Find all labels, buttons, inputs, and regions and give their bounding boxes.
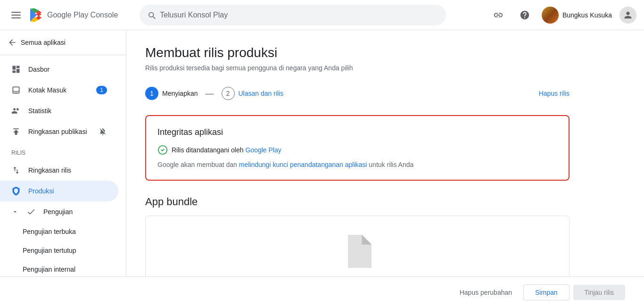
sidebar-item-pengujian-tertutup[interactable]: Pengujian tertutup	[0, 241, 118, 260]
sidebar-label-kotak-masuk: Kotak Masuk	[28, 86, 66, 94]
topbar-left: Google Play Console	[8, 8, 134, 23]
step-1-label: Menyiapkan	[162, 90, 198, 97]
app-bundle-title: App bundle	[145, 196, 570, 208]
sidebar-item-pengujian-terbuka[interactable]: Pengujian terbuka	[0, 222, 118, 241]
sidebar-item-ringkasan-publikasi[interactable]: Ringkasan publikasi	[0, 121, 118, 142]
sidebar: Semua aplikasi Dasbor Kotak Masuk 1	[0, 30, 126, 276]
publish-icon	[11, 127, 21, 136]
step-2: 2 Ulasan dan rilis	[222, 87, 284, 100]
sidebar-item-pengujian[interactable]: Pengujian	[0, 201, 118, 222]
topbar-right: Bungkus Kusuka	[489, 6, 636, 25]
sidebar-item-dasbor[interactable]: Dasbor	[0, 59, 118, 80]
save-button[interactable]: Simpan	[523, 284, 569, 300]
link-icon	[493, 10, 504, 20]
step-1-circle: 1	[145, 87, 158, 100]
help-icon	[520, 10, 530, 20]
google-play-link[interactable]: Google Play	[245, 146, 281, 154]
search-bar[interactable]	[140, 5, 446, 25]
statistics-icon	[11, 106, 21, 116]
sidebar-label-ringkasan-publikasi: Ringkasan publikasi	[28, 128, 87, 135]
sidebar-section-rilis: Rilis	[0, 142, 126, 160]
topbar: Google Play Console Bungkus Kusuka	[0, 0, 644, 30]
sidebar-item-kotak-masuk[interactable]: Kotak Masuk 1	[0, 80, 118, 100]
integrity-desc: Google akan membuat dan melindungi kunci…	[157, 161, 557, 168]
sidebar-label-pengujian-internal: Pengujian internal	[23, 266, 75, 273]
bundle-file-icon	[343, 235, 372, 269]
notification-off-icon	[99, 127, 107, 136]
integrity-status-text: Rilis ditandatangani oleh Google Play	[172, 146, 281, 154]
integrity-title: Integritas aplikasi	[157, 127, 557, 137]
step-2-circle: 2	[222, 87, 235, 100]
release-summary-icon	[11, 166, 21, 175]
sidebar-label-ringkasan-rilis: Ringkasan rilis	[28, 166, 71, 174]
sidebar-label-pengujian-tertutup: Pengujian tertutup	[23, 247, 76, 254]
google-play-logo	[28, 8, 43, 23]
sidebar-label-statistik: Statistik	[28, 107, 51, 115]
kotak-masuk-badge: 1	[96, 86, 107, 94]
main-layout: Semua aplikasi Dasbor Kotak Masuk 1	[0, 30, 644, 276]
content-area: Membuat rilis produksi Rilis produksi te…	[126, 30, 644, 276]
hamburger-menu[interactable]	[8, 8, 25, 22]
chevron-down-icon	[11, 208, 19, 216]
sidebar-item-pengujian-internal[interactable]: Pengujian internal	[0, 260, 118, 276]
check-circle-icon	[157, 145, 168, 155]
person-icon	[623, 10, 633, 20]
content-inner: Membuat rilis produksi Rilis produksi te…	[126, 30, 588, 276]
user-name: Bungkus Kusuka	[562, 11, 612, 19]
back-arrow-icon	[8, 38, 17, 47]
sidebar-label-dasbor: Dasbor	[28, 66, 50, 73]
page-title: Membuat rilis produksi	[145, 45, 570, 60]
bottom-bar: Hapus perubahan Simpan Tinjau rilis	[0, 276, 644, 308]
sidebar-item-statistik[interactable]: Statistik	[0, 100, 118, 121]
account-icon[interactable]	[619, 7, 636, 24]
page-subtitle: Rilis produksi tersedia bagi semua pengg…	[145, 64, 570, 72]
review-button[interactable]: Tinjau rilis	[573, 285, 626, 300]
link-icon-button[interactable]	[489, 6, 508, 25]
bundle-upload-area[interactable]: Lepaskan app bundle di sini untuk mengup…	[145, 216, 570, 276]
dashboard-icon	[11, 65, 21, 74]
production-icon	[11, 186, 21, 196]
logo-text: Google Play Console	[47, 11, 118, 19]
logo-area: Google Play Console	[28, 8, 118, 23]
sidebar-item-produksi[interactable]: Produksi	[0, 181, 118, 201]
sidebar-back-button[interactable]: Semua aplikasi	[0, 30, 126, 55]
sidebar-label-pengujian-terbuka: Pengujian terbuka	[23, 228, 76, 235]
sidebar-item-ringkasan-rilis[interactable]: Ringkasan rilis	[0, 160, 118, 181]
integrity-card: Integritas aplikasi Rilis ditandatangani…	[145, 115, 570, 181]
help-icon-button[interactable]	[515, 6, 534, 25]
search-icon	[147, 10, 156, 20]
signing-key-link[interactable]: melindungi kunci penandatanganan aplikas…	[239, 161, 367, 168]
integrity-status: Rilis ditandatangani oleh Google Play	[157, 145, 557, 155]
testing-icon	[26, 207, 36, 216]
step-connector: —	[206, 89, 214, 99]
inbox-icon	[11, 85, 21, 95]
stepper: 1 Menyiapkan — 2 Ulasan dan rilis Hapus …	[145, 87, 570, 100]
user-avatar-image	[542, 7, 559, 24]
search-input[interactable]	[160, 11, 438, 19]
sidebar-label-produksi: Produksi	[28, 187, 54, 195]
user-area[interactable]: Bungkus Kusuka	[542, 7, 612, 24]
step-2-label[interactable]: Ulasan dan rilis	[239, 90, 284, 97]
step-1: 1 Menyiapkan	[145, 87, 198, 100]
sidebar-label-pengujian: Pengujian	[43, 208, 73, 216]
sidebar-back-label: Semua aplikasi	[21, 39, 66, 46]
delete-release-button[interactable]: Hapus rilis	[539, 90, 570, 97]
discard-button[interactable]: Hapus perubahan	[452, 285, 520, 300]
